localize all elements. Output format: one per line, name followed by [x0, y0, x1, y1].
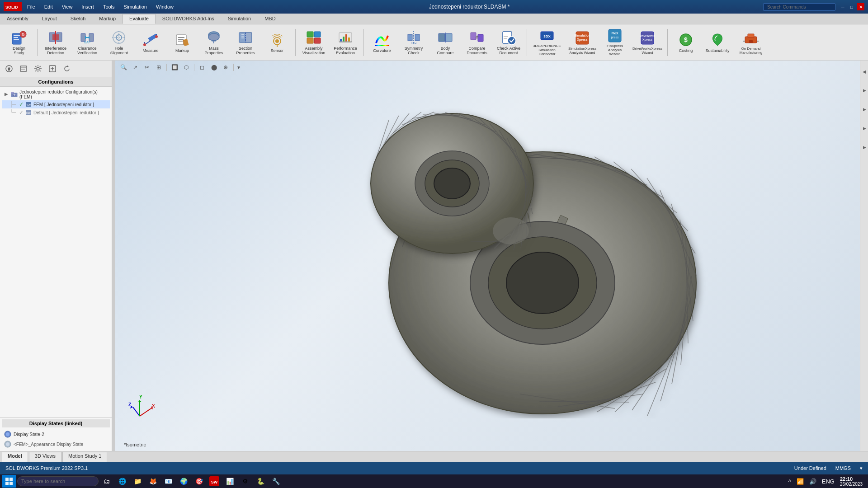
- rs-btn-4[interactable]: ▶: [861, 138, 868, 156]
- tree-root-node[interactable]: Jednostepeni reduktor Configuration(s) (…: [2, 89, 110, 100]
- performance-evaluation-button[interactable]: PerformanceEvaluation: [330, 26, 361, 59]
- minimize-button[interactable]: ─: [839, 3, 846, 10]
- rs-btn-2[interactable]: ▶: [861, 100, 868, 118]
- vt-search-btn[interactable]: 🔍: [118, 62, 128, 72]
- vt-scene-btn[interactable]: ⊕: [221, 62, 231, 72]
- tree-item-default[interactable]: ✓ DEF Default [ Jednostepeni reduktor ]: [2, 108, 110, 117]
- taskbar-app-explorer[interactable]: 🗂: [99, 475, 114, 488]
- costing-button[interactable]: $ Costing: [670, 26, 701, 59]
- body-compare-button[interactable]: BodyCompare: [430, 26, 461, 59]
- menu-file[interactable]: File: [25, 3, 37, 10]
- panel-icon-refresh[interactable]: [61, 62, 73, 75]
- panel-icon-settings[interactable]: [32, 62, 44, 75]
- panel-icon-home[interactable]: [3, 62, 15, 75]
- taskbar-search-input[interactable]: [17, 476, 99, 486]
- on-demand-manufacturing-button[interactable]: On DemandManufacturing: [734, 26, 768, 59]
- vt-dropdown[interactable]: ▼: [236, 65, 241, 70]
- svg-point-27: [155, 35, 158, 38]
- tab-layout[interactable]: Layout: [35, 14, 64, 24]
- assembly-visualization-button[interactable]: AssemblyVisualization: [298, 26, 329, 59]
- sensor-button[interactable]: Sensor: [262, 26, 292, 59]
- tab-motion-study-1[interactable]: Motion Study 1: [62, 452, 107, 462]
- vt-fit-btn[interactable]: ↗: [130, 62, 140, 72]
- 3dexperience-button[interactable]: 3DX 3DEXPERIENCESimulationConnector: [530, 26, 564, 59]
- display-state-appearance[interactable]: <FEM>_Appearance Display State: [2, 439, 110, 449]
- svg-rect-209: [5, 482, 9, 485]
- mass-properties-button[interactable]: MassProperties: [198, 26, 229, 59]
- vt-view-btn[interactable]: ⬡: [181, 62, 191, 72]
- panel-icon-list[interactable]: [17, 62, 30, 75]
- menu-insert[interactable]: Insert: [80, 3, 96, 10]
- symmetry-check-button[interactable]: SYM SymmetryCheck: [398, 26, 429, 59]
- search-commands-input[interactable]: [763, 3, 835, 11]
- tab-3d-views[interactable]: 3D Views: [29, 452, 61, 462]
- section-properties-button[interactable]: SectionProperties: [230, 26, 261, 59]
- rs-btn-3[interactable]: ▶: [861, 119, 868, 137]
- tab-simulation[interactable]: Simulation: [221, 14, 258, 24]
- viewport[interactable]: 🔍 ↗ ✂ ⊞ 🔲 ⬡ ◻ ⬤ ⊕ ▼: [115, 61, 860, 451]
- tree-item-fem[interactable]: ✓ FEM FEM [ Jednostepeni reduktor ]: [2, 100, 110, 108]
- simulation-xpress-button[interactable]: Simulation Xpress SimulationXpressAnalys…: [565, 26, 599, 59]
- vt-grid-btn[interactable]: ⊞: [154, 62, 164, 72]
- tab-sketch[interactable]: Sketch: [64, 14, 93, 24]
- vt-display-btn[interactable]: ◻: [197, 62, 207, 72]
- tab-evaluate[interactable]: Evaluate: [123, 14, 156, 24]
- floxpress-button[interactable]: FloX press FloXpressAnalysisWizard: [600, 26, 629, 59]
- compare-documents-button[interactable]: CompareDocuments: [462, 26, 492, 59]
- panel-icon-plus[interactable]: [46, 62, 59, 75]
- display-states-section: Display States (linked) Display State-2 …: [0, 417, 112, 451]
- status-left: SOLIDWORKS Premium 2022 SP3.1: [5, 465, 88, 471]
- svg-rect-93: [20, 66, 27, 71]
- on-demand-manufacturing-label: On DemandManufacturing: [740, 47, 763, 55]
- menu-simulation[interactable]: Simulation: [122, 3, 149, 10]
- design-study-button[interactable]: D DesignStudy: [4, 26, 34, 59]
- svg-text:SYM: SYM: [410, 42, 416, 45]
- taskbar-app-chrome[interactable]: 🌍: [176, 475, 191, 488]
- vt-cut-btn[interactable]: ✂: [142, 62, 152, 72]
- menu-edit[interactable]: Edit: [42, 3, 55, 10]
- svg-text:GAP: GAP: [84, 41, 91, 44]
- taskbar-app-firefox[interactable]: 🦊: [146, 475, 160, 488]
- tree-root-label: Jednostepeni reduktor Configuration(s) (…: [19, 89, 108, 99]
- clearance-verification-button[interactable]: GAP ClearanceVerification: [72, 26, 103, 59]
- tab-markup[interactable]: Markup: [92, 14, 123, 24]
- vt-box-btn[interactable]: 🔲: [170, 62, 179, 72]
- tab-solidworks-addins[interactable]: SOLIDWORKS Add-Ins: [156, 14, 221, 24]
- taskbar-app-target[interactable]: 🎯: [192, 475, 206, 488]
- rs-btn-1[interactable]: ▶: [861, 81, 868, 99]
- menu-view[interactable]: View: [60, 3, 75, 10]
- taskbar-app-database[interactable]: 📊: [222, 475, 237, 488]
- hole-alignment-button[interactable]: HoleAlignment: [104, 26, 134, 59]
- interference-detection-button[interactable]: InterferenceDetection: [40, 26, 71, 59]
- check-active-document-button[interactable]: Check ActiveDocument: [493, 26, 524, 59]
- taskbar-app-solidworks[interactable]: SW: [207, 475, 222, 488]
- tab-mbd[interactable]: MBD: [258, 14, 282, 24]
- title-bar: SOLID File Edit View Insert Tools Simula…: [0, 0, 868, 14]
- taskbar-app-email[interactable]: 📧: [161, 475, 175, 488]
- clearance-verification-icon: GAP: [79, 29, 95, 46]
- tree-branch-end-icon: [11, 109, 17, 116]
- taskbar-app-files[interactable]: 📁: [130, 475, 145, 488]
- start-button[interactable]: [2, 475, 16, 488]
- taskbar-app-misc[interactable]: 🔧: [269, 475, 283, 488]
- sustainability-button[interactable]: Sustainability: [702, 26, 733, 59]
- rs-expand-btn[interactable]: ◀: [861, 62, 868, 80]
- driveworks-button[interactable]: DriveWorks Xpress DriveWorksXpressWizard: [630, 26, 665, 59]
- tab-assembly[interactable]: Assembly: [0, 14, 35, 24]
- markup-button[interactable]: Markup: [167, 26, 198, 59]
- solidworks-logo: SOLID: [4, 2, 22, 11]
- close-button[interactable]: ✕: [857, 3, 864, 10]
- unit-dropdown-icon[interactable]: ▾: [860, 465, 863, 471]
- svg-marker-101: [5, 93, 8, 96]
- menu-tools[interactable]: Tools: [101, 3, 117, 10]
- tab-model[interactable]: Model: [2, 452, 28, 462]
- maximize-button[interactable]: □: [848, 3, 855, 10]
- measure-button[interactable]: Measure: [135, 26, 166, 59]
- curvature-button[interactable]: Curvature: [367, 26, 397, 59]
- display-state-2[interactable]: Display State-2: [2, 429, 110, 439]
- taskbar-app-python[interactable]: 🐍: [253, 475, 268, 488]
- menu-window[interactable]: Window: [154, 3, 175, 10]
- taskbar-app-settings[interactable]: ⚙: [238, 475, 252, 488]
- taskbar-app-edge[interactable]: 🌐: [115, 475, 129, 488]
- vt-render-btn[interactable]: ⬤: [209, 62, 219, 72]
